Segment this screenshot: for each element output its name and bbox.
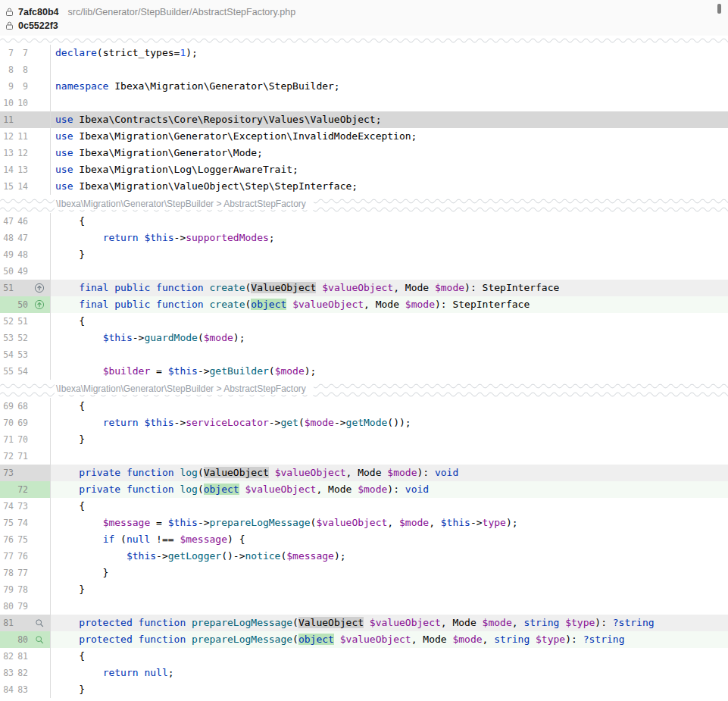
line-number-old: 49: [2, 249, 14, 260]
diff-line: 4847 return $this->supportedModes;: [0, 230, 728, 246]
override-method-icon[interactable]: [34, 299, 45, 310]
code-line: }: [51, 431, 728, 448]
scrollbar-thumb[interactable]: [717, 4, 721, 14]
line-number-old: 15: [2, 181, 14, 192]
line-gutter: 5352: [0, 330, 51, 346]
header-separator: [0, 36, 728, 45]
diff-line: 11use Ibexa\Contracts\Core\Repository\Va…: [0, 111, 728, 128]
line-number-new: 76: [16, 551, 28, 562]
line-gutter: 72: [0, 481, 51, 498]
code-line: $this->getLogger()->notice($message);: [51, 548, 728, 565]
line-gutter: 51: [0, 280, 51, 296]
line-gutter: 8483: [0, 681, 51, 698]
line-number-old: 48: [2, 233, 14, 243]
gutter-icon-slot: [30, 448, 48, 465]
diff-line: 7271: [0, 448, 728, 465]
line-number-new: 68: [16, 401, 28, 412]
line-gutter: 1211: [0, 128, 51, 145]
diff-line: 80 protected function prepareLogMessage(…: [0, 631, 728, 648]
line-number-old: 10: [2, 98, 14, 108]
magnifier-icon[interactable]: [34, 618, 45, 628]
line-number-old: 13: [2, 148, 14, 158]
diff-line: 4948 }: [0, 246, 728, 263]
code-line: protected function prepareLogMessage(obj…: [51, 631, 728, 648]
line-gutter: 99: [0, 78, 51, 95]
gutter-icon-slot: [30, 398, 48, 415]
diff-line: 5251 {: [0, 313, 728, 330]
fold-separator[interactable]: \Ibexa\Migration\Generator\StepBuilder >…: [0, 195, 728, 213]
line-gutter: 4847: [0, 230, 51, 246]
gutter-icon-slot: [30, 161, 48, 178]
gutter-icon-slot: [30, 313, 48, 330]
gutter-icon-slot: [30, 415, 48, 431]
line-number-old: 54: [2, 349, 14, 360]
fold-context-label: \Ibexa\Migration\Generator\StepBuilder >…: [55, 383, 314, 395]
line-gutter: 88: [0, 61, 51, 78]
diff-line: 72 private function log(object $valueObj…: [0, 481, 728, 498]
code-line: namespace Ibexa\Migration\Generator\Step…: [51, 78, 728, 95]
diff-line: 7776 $this->getLogger()->notice($message…: [0, 548, 728, 565]
line-number-new: 10: [16, 98, 28, 108]
code-line: [51, 95, 728, 111]
gutter-icon-slot: [30, 531, 48, 548]
line-number-old: 7: [2, 48, 14, 58]
line-number-old: 74: [2, 501, 14, 512]
diff-line: 6968 {: [0, 398, 728, 415]
override-method-icon[interactable]: [34, 283, 45, 293]
code-line: use Ibexa\Migration\ValueObject\Step\Ste…: [51, 178, 728, 195]
lock-icon: [5, 21, 14, 31]
line-gutter: 7877: [0, 565, 51, 581]
diff-line: 81 protected function prepareLogMessage(…: [0, 615, 728, 631]
code-line: {: [51, 648, 728, 665]
line-number-new: 81: [16, 651, 28, 662]
revision-row-new: 0c5522f3: [5, 19, 722, 33]
line-number-old: 80: [2, 601, 14, 612]
fold-separator[interactable]: \Ibexa\Migration\Generator\StepBuilder >…: [0, 380, 728, 398]
line-number-old: 55: [2, 366, 14, 377]
line-number-old: 78: [2, 568, 14, 578]
diff-body: 77declare(strict_types=1);8899namespace …: [0, 36, 728, 698]
line-number-new: 49: [16, 266, 28, 277]
line-number-old: 83: [2, 668, 14, 678]
line-gutter: 5251: [0, 313, 51, 330]
gutter-icon-slot: [30, 598, 48, 615]
line-number-new: 50: [16, 299, 28, 310]
line-number-new: 73: [16, 501, 28, 512]
commit-hash-old[interactable]: 7afc80b4: [18, 7, 59, 17]
code-line: $message = $this->prepareLogMessage($val…: [51, 515, 728, 531]
gutter-icon-slot: [30, 61, 48, 78]
line-gutter: 7776: [0, 548, 51, 565]
line-number-old: 72: [2, 451, 14, 462]
gutter-icon-slot: [30, 481, 48, 498]
line-number-new: 51: [16, 316, 28, 327]
code-line: return null;: [51, 665, 728, 681]
code-line: private function log(ValueObject $valueO…: [51, 465, 728, 481]
diff-line: 8079: [0, 598, 728, 615]
gutter-icon-slot: [30, 178, 48, 195]
line-gutter: 80: [0, 631, 51, 648]
line-number-old: 71: [2, 434, 14, 445]
line-number-old: 50: [2, 266, 14, 277]
line-number-new: 53: [16, 349, 28, 360]
code-line: return $this->serviceLocator->get($mode-…: [51, 415, 728, 431]
magnifier-icon[interactable]: [34, 634, 45, 645]
line-number-new: 83: [16, 684, 28, 695]
code-line: final public function create(object $val…: [51, 296, 728, 313]
line-number-old: 51: [2, 283, 14, 293]
line-number-old: 77: [2, 551, 14, 562]
commit-hash-new[interactable]: 0c5522f3: [18, 20, 58, 31]
gutter-icon-slot: [30, 145, 48, 161]
diff-line: 8281 {: [0, 648, 728, 665]
diff-line: 1514use Ibexa\Migration\ValueObject\Step…: [0, 178, 728, 195]
line-number-new: 48: [16, 249, 28, 260]
line-gutter: 4948: [0, 246, 51, 263]
line-gutter: 81: [0, 615, 51, 631]
line-number-new: 82: [16, 668, 28, 678]
gutter-icon-slot: [30, 498, 48, 515]
line-number-old: 9: [2, 81, 14, 92]
gutter-icon-slot: [30, 78, 48, 95]
code-line: }: [51, 246, 728, 263]
line-number-new: 80: [16, 634, 28, 645]
diff-line: 8382 return null;: [0, 665, 728, 681]
diff-line: 7675 if (null !== $message) {: [0, 531, 728, 548]
